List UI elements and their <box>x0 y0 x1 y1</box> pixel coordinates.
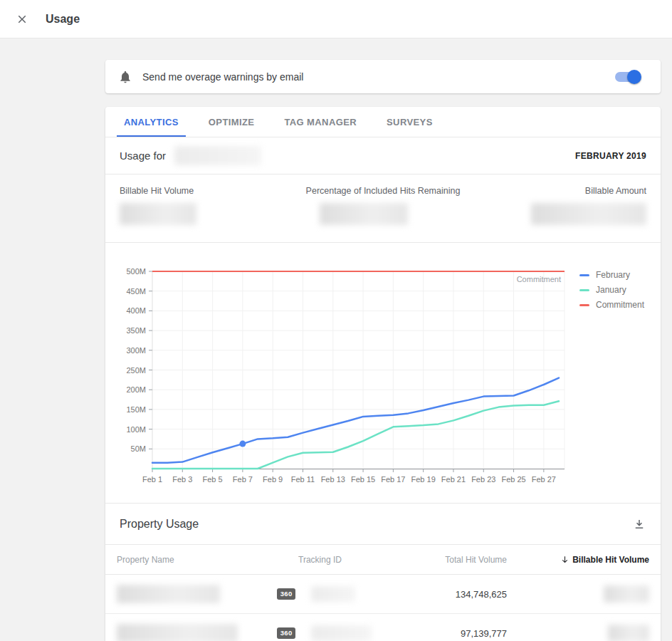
billable-hit-volume-cell <box>507 585 649 603</box>
usage-stats: Billable Hit VolumePercentage of Include… <box>105 174 661 243</box>
billable-hit-volume-cell <box>507 625 649 641</box>
property-name-cell: 360 <box>117 624 298 641</box>
selected-point-marker[interactable] <box>239 441 246 447</box>
stat-label: Billable Hit Volume <box>120 186 194 196</box>
top-bar: Usage <box>0 0 672 38</box>
commitment-annotation: Commitment <box>517 275 561 283</box>
page-title: Usage <box>46 13 80 26</box>
billing-period: FEBRUARY 2019 <box>575 151 646 161</box>
tab-optimize[interactable]: OPTIMIZE <box>201 107 262 137</box>
download-icon <box>633 518 646 531</box>
tracking-id-cell <box>298 625 416 641</box>
svg-text:Feb 9: Feb 9 <box>263 475 283 484</box>
february-line <box>152 378 559 463</box>
property-usage-header: Property Usage <box>105 504 661 545</box>
column-header-property-name[interactable]: Property Name <box>117 555 298 565</box>
x-axis-labels: Feb 1Feb 3Feb 5Feb 7Feb 9Feb 11Feb 13Feb… <box>142 475 556 484</box>
redacted-property-name <box>117 585 220 603</box>
svg-text:Feb 19: Feb 19 <box>411 475 436 484</box>
svg-text:100M: 100M <box>126 425 146 434</box>
total-hit-volume-value: 97,139,777 <box>416 628 507 639</box>
tab-tag-manager[interactable]: TAG MANAGER <box>277 107 364 137</box>
legend-swatch <box>579 304 589 306</box>
column-header-total-hit-volume[interactable]: Total Hit Volume <box>416 555 507 565</box>
close-icon <box>16 13 28 26</box>
360-badge: 360 <box>277 588 295 600</box>
close-button[interactable] <box>13 10 31 28</box>
overage-email-toggle[interactable] <box>615 72 639 82</box>
redacted-stat-value <box>531 203 646 225</box>
column-header-tracking-id[interactable]: Tracking ID <box>298 555 416 565</box>
tab-analytics[interactable]: ANALYTICS <box>117 107 186 137</box>
stat-percentage-of-included-hits-remaining: Percentage of Included Hits Remaining <box>302 186 464 225</box>
svg-text:50M: 50M <box>131 444 146 453</box>
property-usage-title: Property Usage <box>120 518 199 531</box>
legend-item-january[interactable]: January <box>579 284 644 296</box>
bell-icon <box>118 70 132 84</box>
svg-text:Feb 23: Feb 23 <box>471 475 495 484</box>
redacted-tracking-id <box>311 625 372 641</box>
property-name-cell: 360 <box>117 585 298 603</box>
svg-text:150M: 150M <box>126 405 146 414</box>
redacted-billable-hit-volume <box>604 585 649 603</box>
legend-swatch <box>579 289 589 291</box>
svg-text:Feb 1: Feb 1 <box>142 475 162 484</box>
svg-text:Feb 13: Feb 13 <box>321 475 345 484</box>
usage-for-row: Usage for FEBRUARY 2019 <box>105 137 661 174</box>
property-table-header: Property NameTracking IDTotal Hit Volume… <box>105 545 661 575</box>
svg-text:250M: 250M <box>126 366 146 375</box>
overage-warning-card: Send me overage warnings by email <box>105 60 661 93</box>
svg-text:Feb 11: Feb 11 <box>291 475 315 484</box>
redacted-stat-value <box>120 203 196 225</box>
redacted-stat-value <box>320 203 408 225</box>
redacted-property-name <box>174 146 261 165</box>
svg-text:Feb 27: Feb 27 <box>532 475 556 484</box>
legend-label: February <box>596 270 630 280</box>
svg-text:Feb 21: Feb 21 <box>441 475 466 484</box>
chart-axes <box>149 271 565 472</box>
svg-text:Feb 5: Feb 5 <box>203 475 223 484</box>
stat-billable-amount: Billable Amount <box>464 186 646 225</box>
property-row[interactable]: 360134,748,625 <box>105 575 661 614</box>
column-header-billable-hit-volume[interactable]: Billable Hit Volume <box>507 555 649 565</box>
january-line <box>152 401 559 469</box>
tracking-id-cell <box>298 586 416 602</box>
stat-label: Billable Amount <box>585 186 646 196</box>
svg-text:Feb 3: Feb 3 <box>172 475 192 484</box>
sort-desc-icon <box>560 555 569 564</box>
legend-item-commitment[interactable]: Commitment <box>579 299 644 311</box>
download-button[interactable] <box>626 511 652 537</box>
y-axis-labels: 50M100M150M200M250M300M350M400M450M500M <box>126 267 146 453</box>
legend-label: Commitment <box>596 300 644 310</box>
page-content: Send me overage warnings by email ANALYT… <box>105 60 661 641</box>
usage-chart-section: 50M100M150M200M250M300M350M400M450M500MF… <box>105 243 661 504</box>
svg-text:450M: 450M <box>126 287 146 296</box>
stat-billable-hit-volume: Billable Hit Volume <box>120 186 302 225</box>
svg-text:Feb 17: Feb 17 <box>381 475 405 484</box>
property-table-body: 360134,748,62536097,139,777 <box>105 575 661 641</box>
redacted-property-name <box>117 624 238 641</box>
chart-legend: FebruaryJanuaryCommitment <box>579 261 644 492</box>
usage-card: ANALYTICSOPTIMIZETAG MANAGERSURVEYS Usag… <box>105 107 661 641</box>
legend-label: January <box>596 285 626 295</box>
usage-line-chart: 50M100M150M200M250M300M350M400M450M500MF… <box>120 261 568 492</box>
usage-for-label: Usage for <box>120 150 166 162</box>
product-tabs: ANALYTICSOPTIMIZETAG MANAGERSURVEYS <box>105 107 661 137</box>
redacted-tracking-id <box>311 586 355 602</box>
total-hit-volume-value: 134,748,625 <box>416 589 507 600</box>
svg-text:Feb 25: Feb 25 <box>501 475 525 484</box>
svg-text:300M: 300M <box>126 346 146 355</box>
legend-swatch <box>579 274 589 276</box>
svg-text:Feb 7: Feb 7 <box>233 475 253 484</box>
legend-item-february[interactable]: February <box>579 269 644 281</box>
overage-toggle-label: Send me overage warnings by email <box>142 71 303 83</box>
chart-gridlines <box>152 271 565 469</box>
svg-text:400M: 400M <box>126 306 146 315</box>
toggle-knob <box>627 70 641 84</box>
svg-text:350M: 350M <box>126 326 146 335</box>
svg-text:Feb 15: Feb 15 <box>351 475 375 484</box>
property-row[interactable]: 36097,139,777 <box>105 614 661 641</box>
tab-surveys[interactable]: SURVEYS <box>379 107 440 137</box>
svg-text:500M: 500M <box>126 267 146 276</box>
stat-label: Percentage of Included Hits Remaining <box>306 186 461 196</box>
